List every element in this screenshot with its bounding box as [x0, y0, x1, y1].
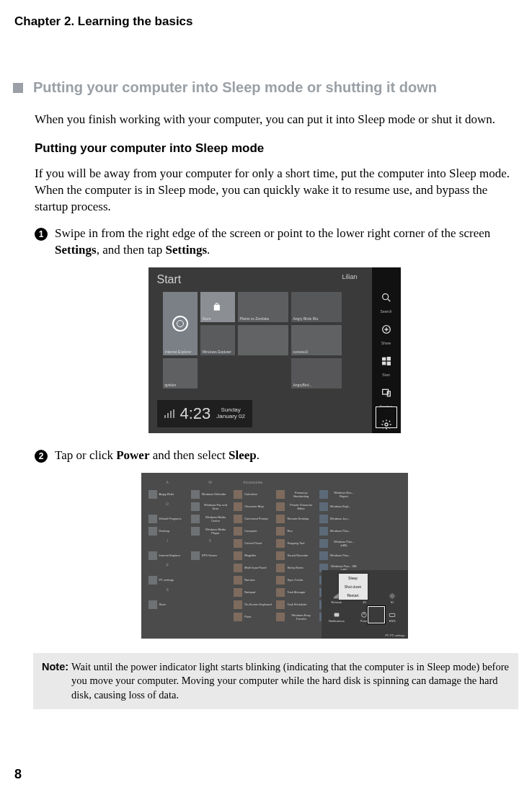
tile-pvz[interactable]: Plants vs Zombies: [238, 292, 288, 322]
app-item[interactable]: Windows Media Player: [191, 526, 229, 536]
step1-bold2: Settings: [165, 243, 207, 257]
app-label: Notepad: [244, 590, 255, 594]
app-item[interactable]: Desktop: [148, 526, 187, 536]
charm-devices[interactable]: Devices: [378, 384, 395, 401]
tile-contoso[interactable]: contoso3: [291, 325, 342, 355]
app-item[interactable]: Narrator: [234, 575, 272, 585]
app-item[interactable]: Windows Expl...: [319, 502, 358, 512]
app-item[interactable]: Pennancy Handwriting: [276, 489, 314, 499]
square-bullet-icon: [13, 83, 23, 93]
charm-share-label: Share: [381, 341, 391, 345]
app-tile-icon: [191, 502, 200, 511]
app-label: Pennancy Handwriting: [287, 491, 314, 498]
tile-angrybirds2[interactable]: AngryBird...: [291, 358, 342, 388]
app-label: Windows Jou...: [330, 517, 350, 520]
app-tile-icon: [148, 527, 157, 536]
tile-ignition[interactable]: ignition: [163, 358, 198, 388]
app-item[interactable]: Magnifier: [234, 551, 272, 561]
app-item[interactable]: On-Screen Keyboard: [234, 600, 272, 610]
app-tile-icon: [276, 490, 285, 499]
app-item[interactable]: Task Manager: [276, 587, 314, 598]
sp-brightness[interactable]: 62: [379, 590, 406, 607]
app-item[interactable]: Calculator: [234, 489, 272, 499]
start-label: Start: [157, 273, 182, 286]
app-tile-icon: [319, 551, 328, 560]
charm-share[interactable]: Share: [378, 321, 395, 338]
app-label: Windows Pow...: [330, 554, 350, 557]
app-item[interactable]: Run: [276, 526, 314, 536]
app-item[interactable]: Remote Desktop: [276, 514, 314, 524]
app-item[interactable]: Command Prompt: [234, 514, 272, 524]
app-item[interactable]: Windows Easy Transfer: [276, 612, 314, 622]
app-item[interactable]: Angry Birds: [148, 489, 187, 499]
app-tile-icon: [234, 515, 242, 523]
apps-header: X: [191, 538, 229, 546]
ie-icon: [172, 316, 188, 332]
app-item[interactable]: Control Panel: [234, 538, 272, 548]
app-label: Desktop: [159, 529, 170, 533]
pc-settings-link[interactable]: PC PC settings: [322, 634, 408, 637]
app-item[interactable]: PC settings: [148, 575, 187, 585]
app-item[interactable]: Windows Pow...: [319, 526, 358, 536]
app-tile-icon: [148, 515, 157, 523]
app-item[interactable]: Windows Pow...: [319, 551, 358, 561]
app-item[interactable]: Default Programs: [148, 514, 187, 524]
app-item[interactable]: Windows Eas... Report: [319, 489, 358, 499]
apps-header: [362, 563, 400, 570]
app-item[interactable]: Math Input Panel: [234, 563, 272, 573]
app-item[interactable]: Task Scheduler: [276, 600, 314, 610]
apps-header: [362, 538, 400, 546]
app-item[interactable]: XPS Viewer: [191, 551, 229, 561]
app-item[interactable]: Windows Fax and Scan: [191, 502, 229, 512]
power-flyout: Sleep Shut down Restart: [339, 574, 368, 600]
app-item[interactable]: Sync Center: [276, 575, 314, 585]
charm-start[interactable]: Start: [378, 352, 395, 370]
app-item[interactable]: Windows Defender: [191, 489, 229, 499]
app-tile-icon: [148, 551, 157, 560]
apps-header: [191, 600, 229, 607]
app-label: Narrator: [244, 578, 255, 582]
sun-icon: [389, 592, 396, 600]
app-tile-icon: [319, 490, 328, 499]
app-item[interactable]: Character Map: [234, 502, 272, 512]
step-1: 1 Swipe in from the right edge of the sc…: [35, 226, 514, 259]
sp-notifications[interactable]: Notifications: [324, 608, 350, 626]
app-item[interactable]: Internet Explorer: [148, 551, 187, 561]
sleep-desc-line2: When the computer is in Sleep mode, you …: [35, 183, 487, 213]
tile-blank[interactable]: [238, 325, 288, 355]
tile-internet-explorer[interactable]: Internet Explorer: [163, 292, 198, 355]
charm-search[interactable]: Search: [378, 289, 395, 306]
step-2-text: Tap or click Power and then select Sleep…: [55, 448, 260, 464]
app-tile-icon: [234, 600, 242, 609]
app-label: Sticky Notes: [287, 566, 303, 569]
app-item[interactable]: Store: [148, 600, 187, 610]
app-item[interactable]: Computer: [234, 526, 272, 536]
app-item[interactable]: Snipping Tool: [276, 538, 314, 548]
app-item[interactable]: Paint: [234, 612, 272, 622]
flyout-sleep[interactable]: Sleep: [339, 574, 368, 582]
app-tile-icon: [319, 502, 328, 511]
tile-angrybirds[interactable]: Angry Birds Rio: [291, 292, 342, 322]
app-tile-icon: [276, 613, 285, 621]
apps-header: Accessories: [234, 480, 272, 487]
app-label: Run: [287, 529, 292, 533]
app-item[interactable]: Windows Media Center: [191, 514, 229, 524]
app-item[interactable]: Sound Recorder: [276, 551, 314, 561]
app-tile-icon: [319, 527, 328, 536]
svg-rect-12: [337, 594, 337, 598]
app-item[interactable]: Private Character Editor: [276, 502, 314, 512]
app-item[interactable]: Sticky Notes: [276, 563, 314, 573]
flyout-shutdown[interactable]: Shut down: [339, 582, 368, 591]
app-item[interactable]: Windows Jou...: [319, 514, 358, 524]
flyout-restart[interactable]: Restart: [339, 591, 368, 600]
app-item[interactable]: Notepad: [234, 587, 272, 598]
sp-network-label: Network: [331, 600, 342, 604]
apps-header: [191, 612, 229, 619]
app-tile-icon: [191, 527, 200, 536]
app-tile-icon: [234, 490, 242, 499]
notification-icon: [333, 611, 340, 618]
tile-win-explorer[interactable]: Windows Explorer: [200, 325, 235, 355]
app-item[interactable]: Windows Pow... (x86): [319, 538, 358, 548]
tile-store[interactable]: Store: [200, 292, 235, 322]
step2-end: .: [257, 448, 260, 462]
